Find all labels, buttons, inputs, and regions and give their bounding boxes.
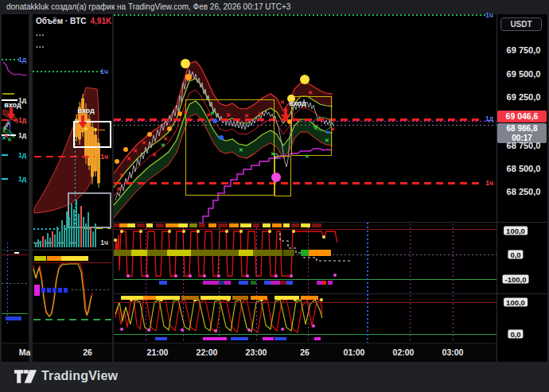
countdown-price-badge: 68 986,8 00:17: [497, 123, 547, 143]
legend-collapsed-row[interactable]: ...: [36, 29, 111, 38]
share-header-text: donatakkluk создал(а) график на TradingV…: [6, 2, 290, 11]
share-header: donatakkluk создал(а) график на TradingV…: [0, 0, 549, 14]
currency-toggle-button[interactable]: USDT: [500, 17, 542, 31]
tradingview-brand-text[interactable]: TradingView: [41, 369, 118, 383]
col1-chart-canvas: [2, 14, 29, 343]
legend-volume-row[interactable]: Объём · BTC4,91K: [36, 17, 111, 26]
last-price-badge: 69 046,6: [497, 111, 547, 122]
countdown-timer: 00:17: [497, 134, 547, 143]
tradingview-shared-chart: donatakkluk создал(а) график на TradingV…: [0, 0, 549, 392]
main-chart-canvas: [114, 14, 496, 343]
time-axis-main[interactable]: [114, 343, 496, 362]
col2-chart-canvas: [33, 14, 112, 343]
tradingview-logo-icon[interactable]: [14, 370, 37, 383]
legend-volume-value: 4,91K: [91, 17, 112, 25]
time-axis-col2[interactable]: [33, 343, 112, 362]
countdown-price: 68 986,8: [497, 124, 547, 134]
legend: Объём · BTC4,91K ... ...: [36, 17, 111, 50]
price-axis[interactable]: [496, 14, 547, 362]
footer: TradingView: [0, 362, 549, 392]
legend-volume-title: Объём · BTC: [36, 17, 87, 25]
legend-collapsed-row[interactable]: ...: [36, 41, 111, 50]
time-axis-col1[interactable]: [2, 343, 29, 362]
